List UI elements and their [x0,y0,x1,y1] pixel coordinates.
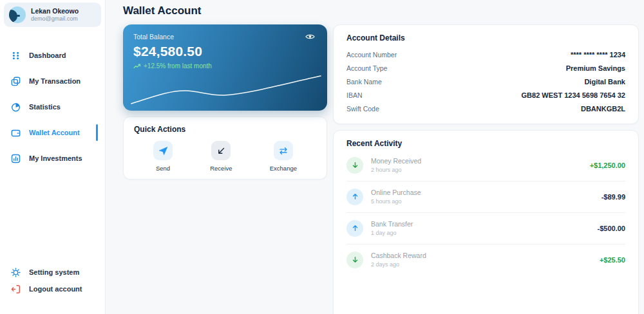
total-balance-card: Total Balance $24,580.50 [123,24,327,111]
receive-button[interactable]: Receive [210,141,232,172]
arrow-up-icon [346,220,363,237]
avatar [9,6,26,23]
detail-label: Bank Name [346,78,382,86]
statistics-pie-icon [11,102,21,112]
eye-icon[interactable] [305,33,316,41]
investments-icon [11,153,21,163]
sidebar-item-label: My Investments [29,154,82,162]
main-content: Wallet Account Total Balance $24,580.50 [106,0,644,314]
sidebar-item-logout[interactable]: Logout account [0,281,105,297]
detail-value: GB82 WEST 1234 5698 7654 32 [522,91,625,99]
sidebar-item-my-transaction[interactable]: My Transaction [0,68,105,94]
sidebar-item-label: My Transaction [29,77,80,85]
balance-sparkline [129,74,323,107]
sidebar-item-my-investments[interactable]: My Investments [0,145,105,171]
send-icon [153,141,173,160]
activity-text: Cashback Reward 2 days ago [371,252,426,268]
activity-title: Bank Transfer [371,220,413,228]
detail-row-bank-name: Bank Name Digital Bank [346,75,625,89]
activity-time: 5 hours ago [371,198,421,205]
activity-amount: +$1,250.00 [590,162,625,169]
action-label: Exchange [270,165,297,172]
activity-title: Online Purchase [371,189,421,197]
activity-row-money-received[interactable]: Money Received 2 hours ago +$1,250.00 [346,150,625,181]
exchange-icon [274,141,293,160]
user-name: Lekan Okeowo [31,7,79,15]
activity-row-cashback-reward[interactable]: Cashback Reward 2 days ago +$25.50 [346,245,625,275]
logout-icon [11,284,21,294]
action-label: Send [156,165,170,172]
activity-title: Cashback Reward [371,252,426,260]
recent-activity-title: Recent Activity [346,139,625,148]
arrow-up-icon [346,189,363,205]
quick-actions-title: Quick Actions [134,125,316,134]
sidebar-item-settings[interactable]: Setting system [0,264,105,281]
wallet-icon [11,127,21,138]
transactions-icon [11,76,21,86]
detail-row-iban: IBAN GB82 WEST 1234 5698 7654 32 [346,88,625,102]
sidebar: Lekan Okeowo demo@gmail.com Dashboard [0,0,106,314]
dashboard-grid-icon [11,50,21,60]
receive-icon [211,141,231,160]
recent-activity-panel: Recent Activity Money Received 2 hours a… [333,130,639,314]
activity-row-bank-transfer[interactable]: Bank Transfer 1 day ago -$500.00 [346,213,625,245]
activity-time: 2 days ago [371,261,426,268]
balance-trend: +12.5% from last month [144,62,212,69]
arrow-down-icon [346,252,363,268]
send-button[interactable]: Send [153,141,173,172]
user-info: Lekan Okeowo demo@gmail.com [31,7,79,23]
footer-item-label: Setting system [29,268,79,276]
activity-time: 2 hours ago [371,167,421,173]
detail-row-account-type: Account Type Premium Savings [346,62,625,75]
sidebar-item-label: Wallet Account [29,129,80,136]
sidebar-nav: Dashboard My Transaction Statistics [0,42,105,171]
sidebar-item-statistics[interactable]: Statistics [0,94,105,120]
sidebar-item-label: Dashboard [29,51,66,59]
activity-row-online-purchase[interactable]: Online Purchase 5 hours ago -$89.99 [346,181,625,213]
active-indicator [96,124,98,141]
user-profile[interactable]: Lekan Okeowo demo@gmail.com [4,3,101,27]
activity-text: Online Purchase 5 hours ago [371,189,421,205]
activity-amount: -$500.00 [598,225,625,232]
page-title: Wallet Account [123,5,639,17]
sidebar-item-dashboard[interactable]: Dashboard [0,42,105,68]
trend-up-icon [133,64,141,69]
activity-title: Money Received [371,157,421,165]
detail-label: Swift Code [346,105,379,113]
balance-label: Total Balance [133,33,174,41]
user-email: demo@gmail.com [31,15,79,23]
detail-value: DBANKGB2L [581,105,625,113]
detail-value: **** **** **** 1234 [571,51,625,59]
footer-item-label: Logout account [29,285,82,293]
account-details-panel: Account Details Account Number **** ****… [333,24,639,124]
detail-row-account-number: Account Number **** **** **** 1234 [346,48,625,62]
activity-text: Bank Transfer 1 day ago [371,220,413,236]
activity-amount: +$25.50 [600,256,625,264]
detail-label: Account Number [346,51,397,59]
balance-amount: $24,580.50 [133,44,317,59]
account-details-title: Account Details [346,33,625,42]
action-label: Receive [210,165,232,172]
quick-actions-panel: Quick Actions Send [123,116,327,180]
detail-label: IBAN [346,91,363,99]
activity-text: Money Received 2 hours ago [371,157,421,173]
detail-row-swift-code: Swift Code DBANKGB2L [346,102,625,115]
detail-value: Premium Savings [566,64,625,72]
gear-icon [11,267,21,277]
activity-amount: -$89.99 [601,193,625,201]
detail-label: Account Type [346,64,387,72]
activity-time: 1 day ago [371,230,413,236]
sidebar-item-label: Statistics [29,103,61,111]
exchange-button[interactable]: Exchange [270,141,297,172]
arrow-down-icon [346,157,363,174]
sidebar-item-wallet-account[interactable]: Wallet Account [0,120,105,145]
detail-value: Digital Bank [584,78,625,86]
